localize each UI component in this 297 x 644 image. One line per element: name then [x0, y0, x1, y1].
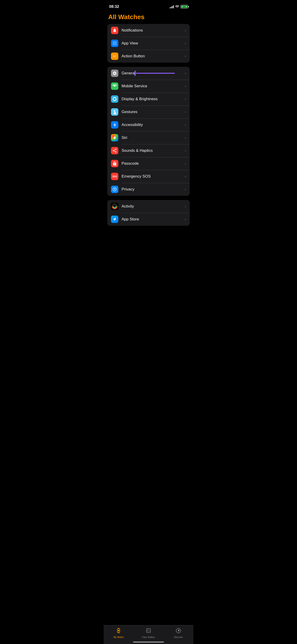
sounds-haptics-label: Sounds & Haptics [122, 148, 183, 153]
emergency-sos-icon: SOS [111, 173, 118, 180]
svg-point-3 [113, 43, 114, 44]
app-store-label: App Store [122, 217, 183, 222]
privacy-label: Privacy [122, 187, 183, 192]
wifi-icon [175, 5, 179, 8]
action-button-icon: ↩ [111, 52, 118, 60]
app-view-chevron: › [185, 41, 186, 45]
section-3: Activity › App Store › [107, 200, 190, 226]
mobile-service-icon [111, 82, 118, 90]
status-time: 08:32 [109, 4, 119, 9]
gestures-chevron: › [185, 110, 186, 114]
passcode-icon [111, 160, 118, 167]
display-brightness-item[interactable]: Display & Brightness › [107, 92, 190, 106]
general-icon [111, 70, 118, 77]
main-content: Notifications › App View › ↩ Action Butt… [104, 24, 194, 250]
app-store-chevron: › [185, 217, 186, 221]
svg-point-8 [116, 44, 116, 45]
action-button-label: Action Button [122, 54, 183, 58]
accessibility-chevron: › [185, 123, 186, 127]
sounds-haptics-icon [111, 147, 118, 154]
display-brightness-icon [111, 95, 118, 103]
accessibility-label: Accessibility [122, 122, 183, 127]
activity-label: Activity [122, 204, 183, 209]
svg-point-1 [114, 42, 115, 42]
accessibility-item[interactable]: Accessibility › [107, 118, 190, 131]
activity-chevron: › [185, 204, 186, 208]
battery-icon: 100 [180, 5, 188, 8]
privacy-icon [111, 186, 118, 193]
passcode-item[interactable]: Passcode › [107, 157, 190, 170]
svg-point-0 [113, 42, 114, 42]
app-view-icon [111, 40, 118, 47]
privacy-item[interactable]: Privacy › [107, 183, 190, 196]
gestures-label: Gestures [122, 110, 183, 114]
action-button-item[interactable]: ↩ Action Button › [107, 50, 190, 63]
privacy-chevron: › [185, 187, 186, 192]
display-brightness-label: Display & Brightness [122, 97, 183, 101]
header: All Watches [104, 12, 194, 24]
activity-icon [111, 203, 118, 210]
notifications-icon [111, 27, 118, 34]
emergency-sos-label: Emergency SOS [122, 174, 183, 179]
section-1: Notifications › App View › ↩ Action Butt… [107, 24, 190, 63]
svg-point-2 [116, 42, 116, 42]
display-brightness-chevron: › [185, 97, 186, 101]
svg-point-6 [113, 44, 114, 45]
general-chevron: › [185, 71, 186, 75]
notifications-label: Notifications [122, 28, 183, 33]
accessibility-icon [111, 121, 118, 128]
emergency-sos-chevron: › [185, 174, 186, 178]
mobile-service-chevron: › [185, 84, 186, 88]
app-store-item[interactable]: App Store › [107, 213, 190, 226]
gestures-item[interactable]: Gestures › [107, 106, 190, 118]
status-icons: 100 [170, 5, 188, 8]
siri-icon [111, 134, 118, 142]
emergency-sos-item[interactable]: SOS Emergency SOS › [107, 170, 190, 183]
gestures-icon [111, 108, 118, 116]
battery-level: 100 [182, 6, 186, 8]
notifications-item[interactable]: Notifications › [107, 24, 190, 37]
sounds-haptics-chevron: › [185, 148, 186, 153]
svg-point-5 [116, 43, 116, 44]
siri-chevron: › [185, 136, 186, 140]
svg-point-4 [114, 43, 115, 44]
mobile-service-item[interactable]: Mobile Service › [107, 80, 190, 92]
section-2: General › Mobile [107, 67, 190, 196]
app-store-icon [111, 216, 118, 223]
signal-icon [170, 5, 174, 8]
passcode-chevron: › [185, 162, 186, 166]
activity-item[interactable]: Activity › [107, 200, 190, 213]
page-title: All Watches [108, 13, 144, 20]
siri-label: Siri [122, 136, 183, 140]
passcode-label: Passcode [122, 161, 183, 166]
notifications-chevron: › [185, 28, 186, 32]
general-item[interactable]: General › [107, 67, 190, 80]
siri-item[interactable]: Siri › [107, 131, 190, 144]
sounds-haptics-item[interactable]: Sounds & Haptics › [107, 144, 190, 157]
svg-point-12 [114, 136, 116, 139]
app-view-item[interactable]: App View › [107, 37, 190, 50]
app-view-label: App View [122, 41, 183, 46]
mobile-service-label: Mobile Service [122, 84, 183, 88]
status-bar: 08:32 100 [104, 0, 194, 12]
svg-point-7 [114, 44, 115, 45]
general-label: General [122, 71, 183, 76]
action-button-chevron: › [185, 54, 186, 58]
